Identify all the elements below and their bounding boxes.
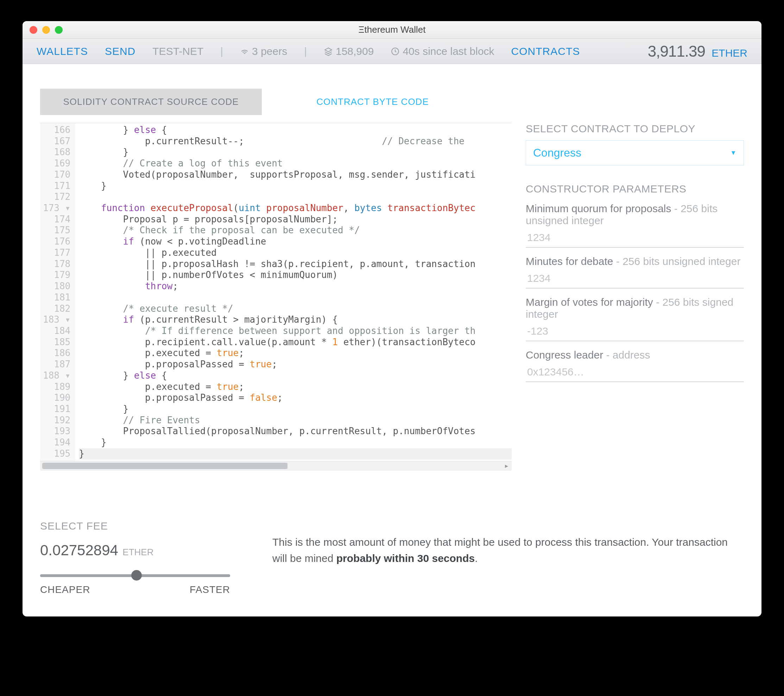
code-line[interactable]: /* If difference between support and opp… <box>79 326 512 337</box>
peers-stat: 3 peers <box>240 45 287 58</box>
code-line[interactable]: throw; <box>79 281 512 292</box>
scroll-right-icon[interactable]: ▸ <box>501 462 512 470</box>
network-label: TEST-NET <box>152 45 203 58</box>
balance: 3,911.39 ETHER <box>648 43 748 60</box>
blocks-stat: 158,909 <box>324 45 374 58</box>
deploy-panel: SELECT CONTRACT TO DEPLOY Congress ▼ CON… <box>526 123 744 471</box>
code-line[interactable]: || p.numberOfVotes < minimumQuorum) <box>79 270 512 281</box>
code-line[interactable]: /* execute result */ <box>79 303 512 314</box>
layers-icon <box>324 47 333 56</box>
param-input-0[interactable] <box>526 227 744 248</box>
code-line[interactable]: Voted(proposalNumber, supportsProposal, … <box>79 169 512 181</box>
line-number: 172 <box>43 191 70 203</box>
app-window: Ξthereum Wallet WALLETS SEND TEST-NET | … <box>23 21 761 617</box>
nav-contracts[interactable]: CONTRACTS <box>511 45 580 58</box>
line-number: 174 <box>43 214 70 225</box>
code-line[interactable]: || p.proposalHash != sha3(p.recipient, p… <box>79 258 512 270</box>
code-line[interactable]: ProposalTallied(proposalNumber, p.curren… <box>79 426 512 437</box>
line-number: 186 <box>43 348 70 359</box>
code-line[interactable] <box>79 292 512 303</box>
editor-hscrollbar[interactable]: ▸ <box>40 461 512 471</box>
contract-select[interactable]: Congress ▼ <box>526 140 744 165</box>
code-line[interactable]: || p.executed <box>79 247 512 258</box>
code-line[interactable]: p.executed = true; <box>79 348 512 359</box>
line-number: 177 <box>43 247 70 258</box>
code-line[interactable]: } <box>79 181 512 192</box>
nav-send[interactable]: SEND <box>105 45 135 58</box>
line-number: 176 <box>43 236 70 247</box>
line-number: 182 <box>43 303 70 314</box>
code-line[interactable]: if (now < p.votingDeadline <box>79 236 512 247</box>
line-number: 189 <box>43 382 70 393</box>
code-line[interactable]: } <box>79 147 512 158</box>
code-line[interactable]: // Create a log of this event <box>79 158 512 169</box>
scrollbar-thumb[interactable] <box>42 463 288 469</box>
code-line[interactable]: function executeProposal(uint proposalNu… <box>79 203 512 214</box>
param-label: Minutes for debate - 256 bits unsigned i… <box>526 255 744 267</box>
fee-panel: SELECT FEE 0.02752894 ETHER CHEAPER FAST… <box>40 520 230 596</box>
line-number: 169 <box>43 158 70 169</box>
line-number: 171 <box>43 181 70 192</box>
line-number: 170 <box>43 169 70 181</box>
line-number: 195 <box>43 448 70 459</box>
code-line[interactable]: } else { <box>79 125 512 136</box>
line-number: 193 <box>43 426 70 437</box>
line-number: 187 <box>43 359 70 370</box>
line-number: 175 <box>43 225 70 236</box>
line-number: 166 <box>43 125 70 136</box>
line-number: 191 <box>43 403 70 415</box>
code-line[interactable]: p.currentResult--; // Decrease the <box>79 136 512 147</box>
clock-icon <box>390 47 400 56</box>
param-input-1[interactable] <box>526 267 744 288</box>
param-label: Congress leader - address <box>526 349 744 361</box>
param-label: Minimum quorum for proposals - 256 bits … <box>526 203 744 227</box>
line-number: 194 <box>43 437 70 448</box>
code-line[interactable]: p.recipient.call.value(p.amount * 1 ethe… <box>79 337 512 348</box>
slider-label-faster: FASTER <box>189 584 230 596</box>
slider-thumb[interactable] <box>131 570 142 581</box>
code-line[interactable]: } else { <box>79 370 512 382</box>
lastblock-stat: 40s since last block <box>390 45 494 58</box>
code-line[interactable]: p.executed = true; <box>79 382 512 393</box>
code-line[interactable]: if (p.currentResult > majorityMargin) { <box>79 314 512 326</box>
line-number: 181 <box>43 292 70 303</box>
line-number: 173 ▾ <box>43 203 70 214</box>
line-number: 185 <box>43 337 70 348</box>
window-title: Ξthereum Wallet <box>23 24 761 35</box>
code-line[interactable]: /* Check if the proposal can be executed… <box>79 225 512 236</box>
param-label: Margin of votes for majority - 256 bits … <box>526 296 744 320</box>
tab-source[interactable]: SOLIDITY CONTRACT SOURCE CODE <box>40 89 262 115</box>
wifi-icon <box>240 47 249 56</box>
line-number: 168 <box>43 147 70 158</box>
slider-label-cheaper: CHEAPER <box>40 584 90 596</box>
line-number: 192 <box>43 415 70 426</box>
line-number: 190 <box>43 392 70 403</box>
fee-slider[interactable] <box>40 574 230 577</box>
code-tabs: SOLIDITY CONTRACT SOURCE CODE CONTRACT B… <box>40 89 484 115</box>
param-input-2[interactable] <box>526 320 744 341</box>
line-number: 180 <box>43 281 70 292</box>
line-number: 188 ▾ <box>43 370 70 382</box>
fee-header: SELECT FEE <box>40 520 230 532</box>
line-number: 179 <box>43 270 70 281</box>
param-input-3[interactable] <box>526 361 744 382</box>
code-line[interactable] <box>79 191 512 203</box>
code-line[interactable]: Proposal p = proposals[proposalNumber]; <box>79 214 512 225</box>
code-line[interactable]: p.proposalPassed = true; <box>79 359 512 370</box>
chevron-down-icon: ▼ <box>730 149 736 156</box>
code-line[interactable]: p.proposalPassed = false; <box>79 392 512 403</box>
deploy-header: SELECT CONTRACT TO DEPLOY <box>526 123 744 135</box>
nav-wallets[interactable]: WALLETS <box>36 45 88 58</box>
code-line[interactable]: } <box>79 437 512 448</box>
code-line[interactable]: } <box>79 448 512 459</box>
line-number: 178 <box>43 258 70 270</box>
params-header: CONSTRUCTOR PARAMETERS <box>526 183 744 195</box>
fee-amount: 0.02752894 <box>40 542 118 558</box>
titlebar: Ξthereum Wallet <box>23 21 761 39</box>
fee-unit: ETHER <box>122 547 153 557</box>
code-editor[interactable]: 166167168169170171172173 ▾17417517617717… <box>40 123 512 471</box>
code-line[interactable]: // Fire Events <box>79 415 512 426</box>
tab-bytecode[interactable]: CONTRACT BYTE CODE <box>262 89 484 115</box>
fee-description: This is the most amount of money that mi… <box>272 520 744 567</box>
code-line[interactable]: } <box>79 403 512 415</box>
